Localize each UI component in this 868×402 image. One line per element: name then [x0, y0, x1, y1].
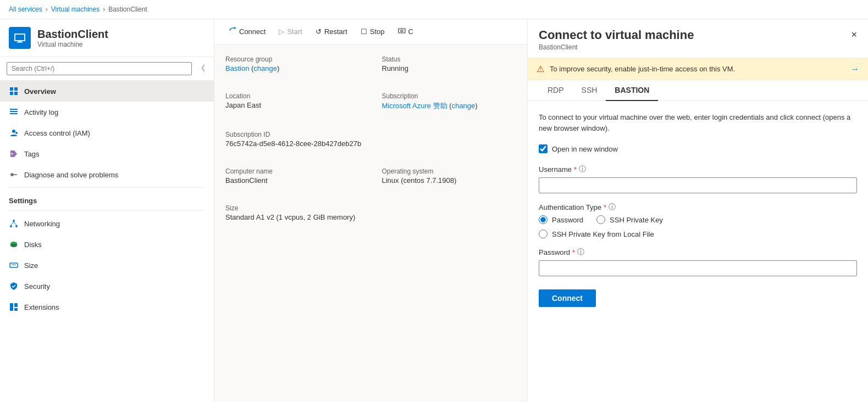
- detail-subscription-value: Microsoft Azure 赞助 (change): [382, 101, 517, 111]
- start-label: Start: [287, 27, 302, 36]
- close-panel-button[interactable]: ×: [849, 27, 859, 43]
- svg-rect-8: [10, 109, 18, 110]
- password-info-icon[interactable]: ⓘ: [577, 247, 584, 257]
- panel-header: Connect to virtual machine BastionClient: [528, 19, 868, 58]
- nav-divider: [9, 187, 205, 188]
- username-input[interactable]: [539, 177, 857, 193]
- auth-info-icon[interactable]: ⓘ: [609, 202, 616, 212]
- password-required: *: [572, 248, 575, 256]
- ssh-local-file-radio-label: SSH Private Key from Local File: [552, 230, 654, 238]
- svg-rect-24: [10, 263, 18, 267]
- username-info-icon[interactable]: ⓘ: [579, 164, 586, 174]
- tags-icon: [9, 149, 19, 159]
- resource-group-change[interactable]: change: [253, 64, 277, 72]
- svg-line-20: [14, 222, 16, 225]
- detail-location-label: Location: [225, 92, 360, 100]
- detail-status: Status Running: [382, 55, 517, 72]
- svg-rect-1: [15, 35, 24, 40]
- password-field: Password * ⓘ: [539, 247, 857, 276]
- sidebar-item-activity-log-label: Activity log: [24, 108, 58, 116]
- detail-computer-name-value: BastionClient: [225, 176, 360, 185]
- sidebar-item-tags[interactable]: Tags: [0, 143, 214, 164]
- vm-details: Resource group Bastion (change) Status R…: [214, 44, 527, 402]
- tab-rdp[interactable]: RDP: [539, 80, 573, 101]
- tab-bastion[interactable]: BASTION: [606, 80, 658, 101]
- search-input[interactable]: [7, 62, 192, 75]
- vm-type: Virtual machine: [37, 41, 108, 48]
- detail-subscription-id: Subscription ID 76c5742a-d5e8-4612-8cee-…: [225, 131, 516, 148]
- sidebar-item-networking[interactable]: Networking: [0, 213, 214, 234]
- detail-subscription-id-value: 76c5742a-d5e8-4612-8cee-28b427deb27b: [225, 139, 516, 148]
- svg-rect-4: [10, 87, 13, 91]
- sidebar-item-overview[interactable]: Overview: [0, 81, 214, 102]
- detail-location: Location Japan East: [225, 92, 360, 111]
- vm-icon: [9, 27, 31, 49]
- main-content: Connect ▷ Start ↺ Restart ☐ Stop C: [214, 19, 527, 402]
- connect-submit-button[interactable]: Connect: [539, 289, 596, 307]
- ssh-private-key-radio[interactable]: [596, 215, 605, 224]
- svg-rect-10: [10, 113, 18, 114]
- breadcrumb: All services › Virtual machines › Bastio…: [0, 0, 868, 19]
- nav-list: Overview Activity log Access control (IA…: [0, 81, 214, 402]
- subscription-change[interactable]: change: [452, 102, 476, 110]
- collapse-button[interactable]: 《: [195, 62, 207, 76]
- sidebar-item-security[interactable]: Security: [0, 276, 214, 297]
- password-input[interactable]: [539, 260, 857, 276]
- warning-arrow[interactable]: →: [850, 64, 859, 74]
- password-label: Password * ⓘ: [539, 247, 857, 257]
- sidebar-item-activity-log[interactable]: Activity log: [0, 102, 214, 122]
- password-radio[interactable]: [539, 215, 548, 224]
- security-icon: [9, 281, 19, 291]
- svg-rect-28: [14, 308, 18, 311]
- auth-type-field: Authentication Type * ⓘ Password SSH Pri…: [539, 202, 857, 238]
- panel-content: To connect to your virtual machine over …: [528, 101, 868, 402]
- breadcrumb-virtual-machines[interactable]: Virtual machines: [51, 5, 100, 13]
- breadcrumb-current: BastionClient: [108, 5, 147, 13]
- subscription-link[interactable]: Microsoft Azure 赞助: [382, 102, 447, 110]
- start-button[interactable]: ▷ Start: [273, 24, 307, 39]
- stop-icon: ☐: [361, 27, 367, 36]
- svg-rect-27: [14, 303, 18, 307]
- svg-point-11: [12, 130, 15, 133]
- vm-name: BastionClient: [37, 28, 108, 41]
- connect-label: Connect: [239, 27, 266, 36]
- auth-radio-group: Password SSH Private Key SSH Private Key…: [539, 215, 857, 238]
- restart-button[interactable]: ↺ Restart: [310, 24, 353, 39]
- svg-point-18: [15, 225, 18, 227]
- open-new-window-row: Open in new window: [539, 144, 857, 153]
- detail-size: Size Standard A1 v2 (1 vcpus, 2 GiB memo…: [225, 204, 360, 221]
- sidebar-item-disks[interactable]: Disks: [0, 234, 214, 255]
- warning-icon: ⚠: [537, 64, 544, 74]
- capture-button[interactable]: C: [392, 24, 419, 40]
- ssh-local-file-radio[interactable]: [539, 230, 548, 238]
- sidebar-item-size[interactable]: Size: [0, 255, 214, 276]
- username-required: *: [574, 165, 577, 174]
- networking-icon: [9, 219, 19, 228]
- details-grid: Resource group Bastion (change) Status R…: [225, 55, 516, 230]
- auth-type-label: Authentication Type * ⓘ: [539, 202, 857, 212]
- username-field: Username * ⓘ: [539, 164, 857, 193]
- extensions-icon: [9, 302, 19, 312]
- iam-icon: [9, 128, 19, 138]
- sidebar-item-diagnose[interactable]: Diagnose and solve problems: [0, 164, 214, 185]
- open-new-window-label: Open in new window: [552, 145, 618, 153]
- detail-status-value: Running: [382, 64, 517, 72]
- vm-header: BastionClient Virtual machine: [0, 19, 214, 57]
- connect-icon: [229, 27, 236, 36]
- svg-rect-7: [14, 92, 18, 95]
- open-new-window-checkbox[interactable]: [539, 144, 548, 153]
- sidebar-item-iam[interactable]: Access control (IAM): [0, 122, 214, 143]
- tab-ssh[interactable]: SSH: [573, 80, 606, 101]
- breadcrumb-all-services[interactable]: All services: [9, 5, 42, 13]
- sidebar-item-disks-label: Disks: [24, 241, 42, 249]
- connect-button[interactable]: Connect: [223, 24, 271, 40]
- detail-size-value: Standard A1 v2 (1 vcpus, 2 GiB memory): [225, 213, 360, 221]
- detail-resource-group-value: Bastion (change): [225, 64, 360, 72]
- stop-button[interactable]: ☐ Stop: [355, 24, 390, 39]
- detail-os-label: Operating system: [382, 168, 517, 175]
- sidebar-item-extensions[interactable]: Extensions: [0, 297, 214, 317]
- search-container: 《: [0, 57, 214, 81]
- password-radio-label: Password: [552, 216, 583, 224]
- connect-panel: × Connect to virtual machine BastionClie…: [527, 19, 868, 402]
- resource-group-link[interactable]: Bastion: [225, 64, 249, 72]
